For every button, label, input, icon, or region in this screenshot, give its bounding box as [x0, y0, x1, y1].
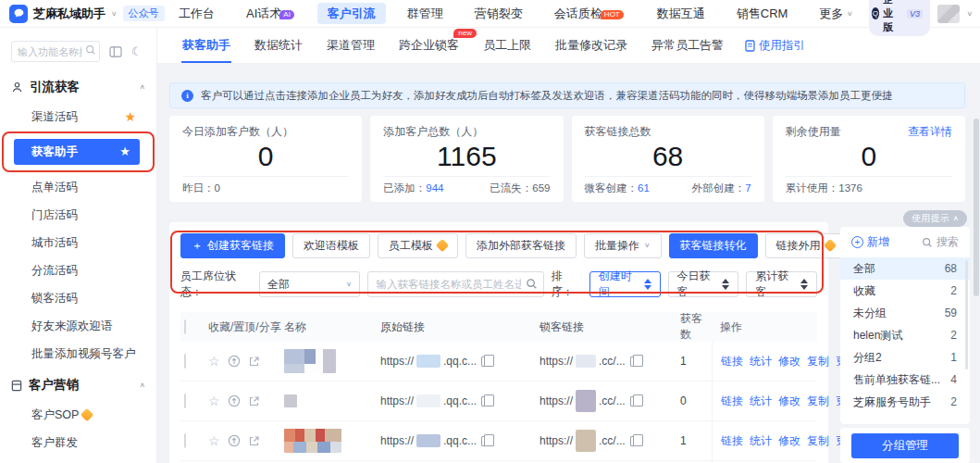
sidebar-item-channel-code[interactable]: 渠道活码★	[0, 103, 156, 131]
tab-cross-enterprise-lock[interactable]: 跨企业锁客new	[387, 28, 471, 63]
nav-item-session-quality[interactable]: 会话质检HOT	[539, 0, 641, 27]
copy-icon[interactable]	[630, 396, 639, 407]
chevron-down-icon[interactable]: ∨	[111, 10, 118, 18]
group-item-presales-links[interactable]: 售前单独获客链...4	[840, 369, 970, 391]
favorite-star-icon[interactable]: ★	[119, 139, 130, 165]
sidebar-item-split-code[interactable]: 分流活码	[0, 257, 156, 284]
sidebar-section-marketing[interactable]: 客户营销 ∧	[0, 368, 156, 401]
nav-item-group-management[interactable]: 群管理	[391, 0, 459, 27]
pin-top-icon[interactable]	[228, 355, 241, 368]
nav-item-marketing-fission[interactable]: 营销裂变	[459, 0, 539, 27]
sidebar-item-store-code[interactable]: 门店活码	[0, 201, 156, 229]
select-all-checkbox[interactable]	[184, 319, 186, 334]
dark-mode-moon-icon[interactable]: ☾	[131, 45, 143, 57]
nav-item-ai-script[interactable]: AI话术AI	[230, 0, 312, 27]
add-external-link-button[interactable]: 添加外部获客链接	[465, 233, 577, 258]
page-scrollbar-thumb[interactable]	[974, 119, 979, 296]
tab-employee-limit[interactable]: 员工上限	[471, 28, 543, 63]
action-link[interactable]: 链接	[721, 433, 743, 449]
chevron-down-icon[interactable]: ∨	[967, 10, 974, 18]
nav-item-sales-crm[interactable]: 销售CRM	[721, 0, 804, 27]
sidebar-item-per-customer-broadcast[interactable]: 逐客群发	[0, 457, 156, 463]
sort-by-total-acquired[interactable]: 累计获客	[746, 271, 817, 297]
batch-operations-button[interactable]: 批量操作∨	[584, 233, 662, 258]
row-checkbox[interactable]	[184, 433, 186, 448]
copy-icon[interactable]	[630, 357, 639, 367]
nav-item-customer-acquisition[interactable]: 客户引流	[312, 0, 391, 27]
copy-icon[interactable]	[481, 396, 490, 407]
sort-by-created-time[interactable]: 创建时间	[589, 271, 661, 297]
group-search-button[interactable]: 搜索	[922, 234, 959, 250]
action-copy[interactable]: 复制	[807, 354, 829, 369]
tab-batch-edit-records[interactable]: 批量修改记录	[543, 28, 639, 63]
view-details-link[interactable]: 查看详情	[908, 124, 952, 140]
group-item-favorites[interactable]: 收藏2	[840, 280, 970, 302]
group-item-service-assistant[interactable]: 芝麻服务号助手2	[840, 391, 970, 413]
row-checkbox[interactable]	[184, 394, 186, 408]
sidebar-item-customer-sop[interactable]: 客户SOP	[0, 401, 156, 429]
action-link[interactable]: 链接	[721, 394, 743, 409]
action-link[interactable]: 链接	[721, 354, 743, 369]
channel-tag[interactable]: 公众号	[123, 6, 165, 21]
pin-top-icon[interactable]	[228, 434, 241, 447]
sidebar-item-friend-source-welcome[interactable]: 好友来源欢迎语	[0, 312, 156, 340]
action-edit[interactable]: 修改	[778, 354, 800, 369]
sidebar-item-city-code[interactable]: 城市活码	[0, 229, 156, 257]
usage-guide-link[interactable]: 使用指引	[745, 38, 805, 54]
sidebar-item-batch-add-video-customers[interactable]: 批量添加视频号客户	[0, 340, 156, 368]
create-link-button[interactable]: ＋创建获客链接	[180, 233, 285, 258]
row-checkbox[interactable]	[184, 354, 186, 369]
copy-icon[interactable]	[481, 357, 490, 367]
group-item-group2[interactable]: 分组21	[840, 346, 970, 369]
edition-badge[interactable]: Q 企业版 V3	[869, 0, 931, 36]
sort-by-today-acquired[interactable]: 今日获客	[668, 271, 739, 297]
action-stats[interactable]: 统计	[750, 354, 772, 369]
sidebar-item-order-code[interactable]: 点单活码	[0, 173, 156, 201]
tab-data-statistics[interactable]: 数据统计	[242, 28, 315, 63]
external-use-button[interactable]: 链接外用	[765, 233, 846, 258]
action-stats[interactable]: 统计	[750, 433, 772, 449]
star-icon[interactable]: ☆	[208, 355, 220, 368]
header-count: 获客数	[680, 311, 712, 343]
star-icon[interactable]: ☆	[208, 434, 220, 447]
add-group-button[interactable]: + 新增	[851, 234, 889, 250]
star-icon[interactable]: ☆	[208, 394, 220, 407]
copy-icon[interactable]	[630, 436, 639, 446]
tab-acquisition-assistant[interactable]: 获客助手	[170, 28, 242, 63]
welcome-template-button[interactable]: 欢迎语模板	[292, 233, 370, 258]
action-edit[interactable]: 修改	[778, 433, 800, 449]
action-copy[interactable]: 复制	[807, 433, 829, 449]
copy-icon[interactable]	[481, 436, 490, 446]
share-icon[interactable]	[248, 395, 260, 407]
link-conversion-button[interactable]: 获客链接转化	[669, 233, 758, 258]
redacted-url-segment	[576, 390, 596, 412]
action-copy[interactable]: 复制	[807, 394, 829, 409]
link-search-input[interactable]	[367, 271, 543, 297]
groups-scrollbar[interactable]	[965, 260, 968, 369]
group-manage-button[interactable]: 分组管理	[851, 433, 959, 458]
nav-item-data-interchange[interactable]: 数据互通	[641, 0, 721, 27]
group-item-ungrouped[interactable]: 未分组59	[840, 302, 970, 324]
share-icon[interactable]	[248, 356, 260, 368]
sidebar-item-lock-code[interactable]: 锁客活码	[0, 284, 156, 312]
employee-template-button[interactable]: 员工模板	[378, 233, 458, 258]
favorite-star-icon[interactable]: ★	[124, 103, 136, 131]
seat-status-select[interactable]: 全部∨	[259, 271, 361, 297]
sidebar-item-acquisition-assistant[interactable]: 获客助手★	[14, 139, 140, 165]
collapse-tips-pill[interactable]: 使用提示∧	[903, 210, 967, 227]
collapse-sidebar-icon[interactable]	[109, 46, 122, 57]
tab-channel-management[interactable]: 渠道管理	[315, 28, 387, 63]
group-item-all[interactable]: 全部68	[840, 257, 970, 280]
action-stats[interactable]: 统计	[750, 394, 772, 409]
sidebar-item-customer-broadcast[interactable]: 客户群发	[0, 429, 156, 457]
avatar[interactable]	[937, 5, 959, 23]
nav-item-more[interactable]: 更多 ∨	[803, 0, 868, 27]
group-item-helen-test[interactable]: helen测试2	[840, 324, 970, 346]
pin-top-icon[interactable]	[228, 394, 241, 407]
tab-abnormal-employee-alert[interactable]: 异常员工告警	[639, 28, 736, 63]
action-edit[interactable]: 修改	[778, 394, 800, 409]
stat-value: 1165	[383, 140, 550, 176]
share-icon[interactable]	[248, 435, 260, 447]
sidebar-section-acquisition[interactable]: 引流获客 ∧	[0, 69, 156, 103]
nav-item-workbench[interactable]: 工作台	[163, 0, 230, 27]
